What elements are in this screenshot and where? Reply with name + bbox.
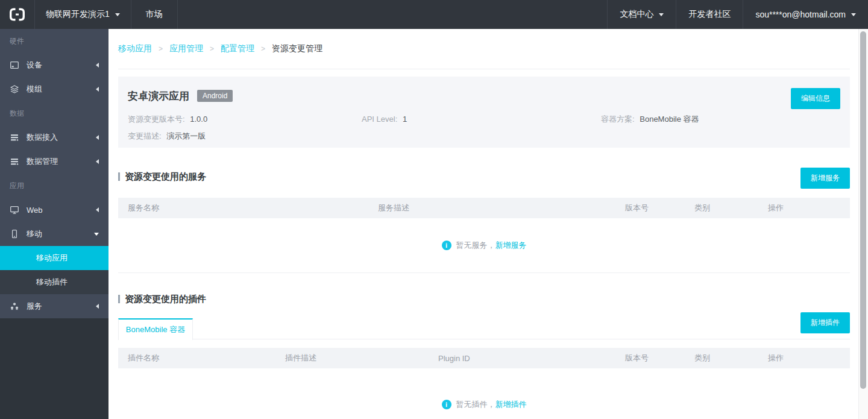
services-table-header: 服务名称 服务描述 版本号 类别 操作 <box>118 198 850 218</box>
add-plugin-link[interactable]: 新增插件 <box>495 399 527 410</box>
scrollbar-thumb[interactable] <box>860 31 866 389</box>
chevron-left-icon <box>96 63 99 68</box>
sidebar-item-label: 服务 <box>27 301 96 312</box>
sidebar-menu: 硬件 设备 模组 数据 数据接入 数据 <box>0 29 108 318</box>
sidebar-item-data-access[interactable]: 数据接入 <box>0 125 108 150</box>
plugins-empty-state: i 暂无插件， 新增插件 <box>442 399 527 410</box>
market-link[interactable]: 市场 <box>131 0 177 29</box>
smartphone-icon <box>10 229 19 239</box>
empty-text: 暂无插件， <box>456 399 495 410</box>
chevron-left-icon <box>96 135 99 140</box>
sidebar-item-data-manage[interactable]: 数据管理 <box>0 150 108 174</box>
plugins-table-header: 插件名称 插件描述 Plugin ID 版本号 类别 操作 <box>118 348 850 368</box>
sidebar-item-label: 数据管理 <box>27 156 96 167</box>
plugins-section-header: 资源变更使用的插件 <box>118 290 850 308</box>
column-header: 版本号 <box>615 203 685 213</box>
add-plugin-button[interactable]: 新增插件 <box>800 312 850 333</box>
column-header: 版本号 <box>615 353 685 364</box>
empty-text: 暂无服务， <box>456 240 495 251</box>
topbar-right: 文档中心 开发者社区 sou****on@hotmail.com <box>607 0 868 29</box>
section-bar <box>118 172 120 181</box>
sidebar-section-app: 应用 <box>0 174 108 198</box>
field-value: 演示第一版 <box>166 131 206 140</box>
column-header: 类别 <box>685 353 758 364</box>
field-value: 1.0.0 <box>190 115 207 124</box>
sidebar-item-service[interactable]: 服务 <box>0 294 108 318</box>
field-container: 容器方案: BoneMobile 容器 <box>601 113 840 126</box>
field-label: 变更描述: <box>128 131 162 140</box>
info-icon: i <box>442 241 451 250</box>
field-value: 1 <box>403 115 407 124</box>
sidebar-item-module[interactable]: 模组 <box>0 77 108 101</box>
chevron-left-icon <box>96 159 99 164</box>
chevron-down-icon <box>115 13 120 16</box>
column-header: Plugin ID <box>429 354 615 363</box>
plugins-section-title: 资源变更使用的插件 <box>125 294 206 305</box>
sidebar-item-mobile[interactable]: 移动 <box>0 222 108 246</box>
breadcrumb-link-app-manage[interactable]: 应用管理 <box>169 43 203 54</box>
sidebar-item-mobile-plugin[interactable]: 移动插件 <box>0 270 108 294</box>
app-logo[interactable] <box>0 0 34 29</box>
breadcrumb: 移动应用 > 应用管理 > 配置管理 > 资源变更管理 <box>118 29 850 69</box>
column-header: 插件名称 <box>118 353 275 364</box>
platform-badge: Android <box>197 90 233 102</box>
chevron-down-icon <box>851 13 856 16</box>
account-menu[interactable]: sou****on@hotmail.com <box>743 0 868 29</box>
topbar-spacer <box>178 0 608 29</box>
chevron-down-icon <box>659 13 664 16</box>
sidebar-section-hardware: 硬件 <box>0 29 108 53</box>
sidebar-item-mobile-app[interactable]: 移动应用 <box>0 246 108 270</box>
breadcrumb-separator: > <box>261 45 265 53</box>
app-fields: 资源变更版本号: 1.0.0 API Level: 1 容器方案: BoneMo… <box>128 113 840 143</box>
services-table-body: i 暂无服务， 新增服务 <box>118 218 850 273</box>
sidebar-subitem-label: 移动插件 <box>36 277 68 288</box>
main-content: 移动应用 > 应用管理 > 配置管理 > 资源变更管理 安卓演示应用 Andro… <box>108 29 868 419</box>
market-label: 市场 <box>146 9 163 20</box>
field-label: 资源变更版本号: <box>128 115 185 124</box>
sidebar-item-label: 数据接入 <box>27 132 96 143</box>
field-label: 容器方案: <box>601 115 635 124</box>
chevron-down-icon <box>94 233 99 236</box>
breadcrumb-link-config-manage[interactable]: 配置管理 <box>221 43 254 54</box>
add-service-link[interactable]: 新增服务 <box>495 240 527 251</box>
section-bar <box>118 295 120 303</box>
sidebar-item-label: Web <box>27 206 96 215</box>
plugins-table-body: i 暂无插件， 新增插件 <box>118 368 850 419</box>
services-empty-state: i 暂无服务， 新增服务 <box>442 240 527 251</box>
tab-bonemobile-container[interactable]: BoneMobile 容器 <box>118 318 193 340</box>
services-section-title: 资源变更使用的服务 <box>125 171 206 183</box>
column-header: 类别 <box>685 203 758 213</box>
plugins-table: 插件名称 插件描述 Plugin ID 版本号 类别 操作 i 暂无插件， 新增… <box>118 348 850 419</box>
services-section-header: 资源变更使用的服务 新增服务 <box>118 168 850 186</box>
account-email: sou****on@hotmail.com <box>755 10 846 19</box>
chevron-left-icon <box>96 87 99 92</box>
sidebar-subitem-label: 移动应用 <box>36 253 68 263</box>
field-value: BoneMobile 容器 <box>640 115 699 124</box>
project-selector[interactable]: 物联网开发演示1 <box>35 0 131 29</box>
monitor-icon <box>10 205 19 215</box>
chevron-left-icon <box>96 207 99 212</box>
app-title-row: 安卓演示应用 Android <box>128 87 840 105</box>
dev-community-label: 开发者社区 <box>688 9 731 20</box>
sidebar-item-label: 模组 <box>27 84 96 95</box>
dev-community-link[interactable]: 开发者社区 <box>676 0 743 29</box>
column-header: 服务名称 <box>118 203 368 213</box>
doc-center-menu[interactable]: 文档中心 <box>608 0 676 29</box>
group-icon <box>10 301 19 311</box>
chevron-left-icon <box>96 304 99 309</box>
info-icon: i <box>442 400 451 409</box>
scrollbar-track[interactable] <box>858 29 868 419</box>
sidebar: 硬件 设备 模组 数据 数据接入 数据 <box>0 29 108 419</box>
field-version: 资源变更版本号: 1.0.0 <box>128 113 362 126</box>
breadcrumb-separator: > <box>159 45 163 53</box>
edit-info-button[interactable]: 编辑信息 <box>791 88 840 109</box>
breadcrumb-link-mobile-app[interactable]: 移动应用 <box>118 43 152 54</box>
doc-center-label: 文档中心 <box>620 9 653 20</box>
field-api-level: API Level: 1 <box>362 113 601 126</box>
sidebar-item-device[interactable]: 设备 <box>0 53 108 77</box>
content-area: 安卓演示应用 Android 编辑信息 资源变更版本号: 1.0.0 API L… <box>118 77 850 419</box>
column-header: 操作 <box>758 203 850 213</box>
services-table: 服务名称 服务描述 版本号 类别 操作 i 暂无服务， 新增服务 <box>118 198 850 273</box>
add-service-button[interactable]: 新增服务 <box>800 168 850 189</box>
sidebar-item-web[interactable]: Web <box>0 198 108 222</box>
